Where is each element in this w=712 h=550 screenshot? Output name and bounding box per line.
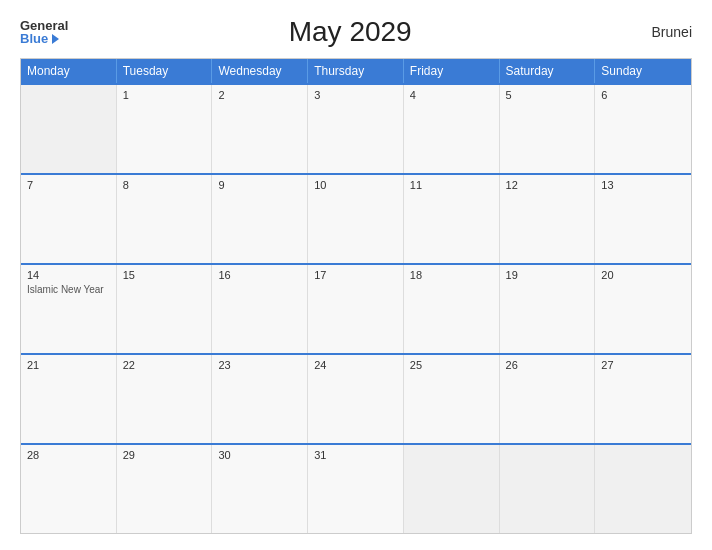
cell-w5-sun xyxy=(595,445,691,533)
cell-w3-sat: 19 xyxy=(500,265,596,353)
dow-thursday: Thursday xyxy=(308,59,404,83)
cell-w5-mon: 28 xyxy=(21,445,117,533)
cell-w2-wed: 9 xyxy=(212,175,308,263)
dow-sunday: Sunday xyxy=(595,59,691,83)
cell-w2-sat: 12 xyxy=(500,175,596,263)
cell-w2-fri: 11 xyxy=(404,175,500,263)
dow-saturday: Saturday xyxy=(500,59,596,83)
calendar-header: Monday Tuesday Wednesday Thursday Friday… xyxy=(21,59,691,83)
week-row-3: 14 Islamic New Year 15 16 17 18 19 20 xyxy=(21,263,691,353)
cell-w1-wed: 2 xyxy=(212,85,308,173)
cell-w4-sun: 27 xyxy=(595,355,691,443)
cell-w1-thu: 3 xyxy=(308,85,404,173)
cell-w1-mon xyxy=(21,85,117,173)
cell-w5-sat xyxy=(500,445,596,533)
logo-triangle-icon xyxy=(52,34,59,44)
cell-w4-fri: 25 xyxy=(404,355,500,443)
cell-w5-fri xyxy=(404,445,500,533)
cell-w4-thu: 24 xyxy=(308,355,404,443)
cell-w3-wed: 16 xyxy=(212,265,308,353)
calendar-title: May 2029 xyxy=(68,16,632,48)
cell-w2-sun: 13 xyxy=(595,175,691,263)
cell-w5-tue: 29 xyxy=(117,445,213,533)
logo-blue-text: Blue xyxy=(20,32,59,45)
cell-w3-thu: 17 xyxy=(308,265,404,353)
cell-w2-tue: 8 xyxy=(117,175,213,263)
cell-w4-wed: 23 xyxy=(212,355,308,443)
cell-w4-sat: 26 xyxy=(500,355,596,443)
cell-w4-tue: 22 xyxy=(117,355,213,443)
cell-w2-thu: 10 xyxy=(308,175,404,263)
week-row-4: 21 22 23 24 25 26 27 xyxy=(21,353,691,443)
country-label: Brunei xyxy=(632,24,692,40)
dow-friday: Friday xyxy=(404,59,500,83)
cell-w1-sat: 5 xyxy=(500,85,596,173)
calendar-body: 1 2 3 4 5 6 7 8 9 10 11 12 13 14 xyxy=(21,83,691,533)
cell-w1-fri: 4 xyxy=(404,85,500,173)
cell-w5-wed: 30 xyxy=(212,445,308,533)
dow-monday: Monday xyxy=(21,59,117,83)
cell-w3-tue: 15 xyxy=(117,265,213,353)
cell-w2-mon: 7 xyxy=(21,175,117,263)
cell-w3-sun: 20 xyxy=(595,265,691,353)
cell-w3-mon: 14 Islamic New Year xyxy=(21,265,117,353)
header: General Blue May 2029 Brunei xyxy=(20,16,692,48)
event-islamic-new-year: Islamic New Year xyxy=(27,283,110,296)
cell-w1-sun: 6 xyxy=(595,85,691,173)
page: General Blue May 2029 Brunei Monday Tues… xyxy=(0,0,712,550)
week-row-1: 1 2 3 4 5 6 xyxy=(21,83,691,173)
cell-w4-mon: 21 xyxy=(21,355,117,443)
cell-w3-fri: 18 xyxy=(404,265,500,353)
logo: General Blue xyxy=(20,19,68,45)
dow-wednesday: Wednesday xyxy=(212,59,308,83)
week-row-5: 28 29 30 31 xyxy=(21,443,691,533)
calendar: Monday Tuesday Wednesday Thursday Friday… xyxy=(20,58,692,534)
dow-tuesday: Tuesday xyxy=(117,59,213,83)
cell-w1-tue: 1 xyxy=(117,85,213,173)
week-row-2: 7 8 9 10 11 12 13 xyxy=(21,173,691,263)
cell-w5-thu: 31 xyxy=(308,445,404,533)
